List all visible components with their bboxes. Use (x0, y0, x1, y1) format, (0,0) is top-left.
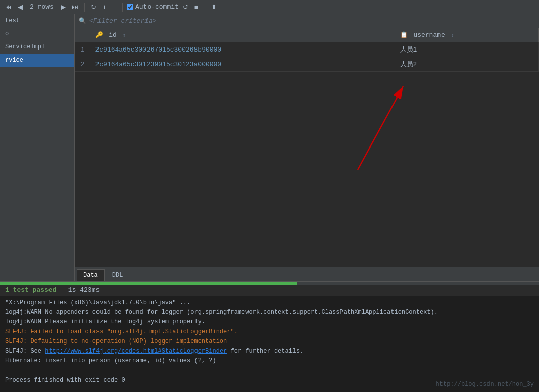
auto-commit-label: Auto-commit (135, 3, 179, 11)
sidebar-item-o[interactable]: o (0, 27, 74, 40)
log-line: log4j:WARN No appenders could be found f… (5, 308, 534, 317)
tab-data[interactable]: Data (77, 269, 105, 281)
refresh-btn[interactable]: ↻ (89, 2, 99, 12)
stop-btn[interactable]: ■ (192, 2, 201, 12)
console-area: 1 test passed – 1s 423ms "X:\Program Fil… (0, 281, 539, 392)
table-row: 2 2c9164a65c301239015c30123a000000 人员2 (75, 57, 539, 72)
id-cell: 2c9164a65c300267015c300268b90000 (90, 42, 395, 57)
status-text: 1 test passed – 1s 423ms (5, 286, 100, 294)
col-header-id[interactable]: 🔑 id ⇕ (90, 28, 395, 42)
col-id-label: id (109, 31, 117, 39)
id-sort-icon: ⇕ (123, 33, 126, 38)
duration-text: – 1s 423ms (60, 286, 100, 294)
table-area: 🔑 id ⇕ 📋 username ⇕ 1 2c9164a65c30026701… (75, 28, 539, 267)
filter-icon: 🔍 (79, 17, 86, 25)
username-cell: 人员2 (395, 57, 538, 72)
log-line: Process finished with exit code 0 (5, 376, 534, 385)
sidebar-item-rvice[interactable]: rvice (0, 54, 74, 67)
data-table: 🔑 id ⇕ 📋 username ⇕ 1 2c9164a65c30026701… (75, 28, 539, 72)
toolbar: ⏮ ◀ 2 rows ▶ ⏭ ↻ + − Auto-commit ↺ ■ ⬆ (0, 0, 539, 14)
slf4j-link[interactable]: http://www.slf4j.org/codes.html#StaticLo… (45, 348, 227, 355)
status-bar: 1 test passed – 1s 423ms (0, 285, 539, 296)
id-cell: 2c9164a65c301239015c30123a000000 (90, 57, 395, 72)
id-col-icon: 🔑 (95, 31, 103, 39)
row-number: 2 (75, 57, 90, 72)
export-btn[interactable]: ⬆ (209, 2, 219, 12)
sidebar: test o ServiceImpl rvice (0, 14, 75, 281)
table-header-row: 🔑 id ⇕ 📋 username ⇕ (75, 28, 539, 42)
username-sort-icon: ⇕ (451, 33, 454, 38)
log-line (5, 366, 534, 375)
main-area: test o ServiceImpl rvice 🔍 <Filter crite… (0, 14, 539, 281)
col-username-label: username (413, 31, 445, 39)
row-number: 1 (75, 42, 90, 57)
row-num-header (75, 28, 90, 42)
log-line: SLF4J: Defaulting to no-operation (NOP) … (5, 337, 534, 347)
revert-btn[interactable]: ↺ (181, 2, 190, 12)
filter-placeholder[interactable]: <Filter criteria> (89, 17, 157, 25)
log-line: "X:\Program Files (x86)\Java\jdk1.7.0\bi… (5, 298, 534, 308)
minus-btn[interactable]: − (110, 2, 118, 12)
sep3 (205, 3, 205, 12)
log-line: SLF4J: See http://www.slf4j.org/codes.ht… (5, 347, 534, 356)
sep1 (84, 3, 85, 12)
sidebar-spacer (0, 67, 74, 281)
log-line: log4j:WARN Please initialize the log4j s… (5, 317, 534, 327)
col-header-username[interactable]: 📋 username ⇕ (395, 28, 538, 42)
log-line: Hibernate: insert into person (username,… (5, 356, 534, 366)
first-btn[interactable]: ⏮ (3, 2, 14, 12)
rows-count: 2 rows (27, 3, 57, 11)
add-btn[interactable]: + (101, 2, 109, 12)
tab-bar: Data DDL (75, 267, 539, 281)
console-output[interactable]: "X:\Program Files (x86)\Java\jdk1.7.0\bi… (0, 296, 539, 392)
last-btn[interactable]: ⏭ (70, 2, 80, 12)
auto-commit-toggle[interactable]: Auto-commit (127, 3, 179, 11)
tab-ddl[interactable]: DDL (106, 269, 130, 281)
username-col-icon: 📋 (400, 31, 408, 39)
right-panel: 🔍 <Filter criteria> 🔑 id ⇕ 📋 (75, 14, 539, 281)
svg-line-1 (358, 86, 403, 170)
log-line: SLF4J: Failed to load class "org.slf4j.i… (5, 327, 534, 337)
table-row: 1 2c9164a65c300267015c300268b90000 人员1 (75, 42, 539, 57)
filter-bar: 🔍 <Filter criteria> (75, 14, 539, 28)
next-btn[interactable]: ▶ (59, 2, 68, 12)
auto-commit-checkbox[interactable] (127, 4, 133, 10)
sep2 (122, 3, 123, 12)
prev-btn[interactable]: ◀ (16, 2, 25, 12)
sidebar-item-serviceimpl[interactable]: ServiceImpl (0, 40, 74, 54)
passed-label: 1 test passed (5, 286, 56, 294)
sidebar-item-test[interactable]: test (0, 14, 74, 27)
username-cell: 人员1 (395, 42, 538, 57)
